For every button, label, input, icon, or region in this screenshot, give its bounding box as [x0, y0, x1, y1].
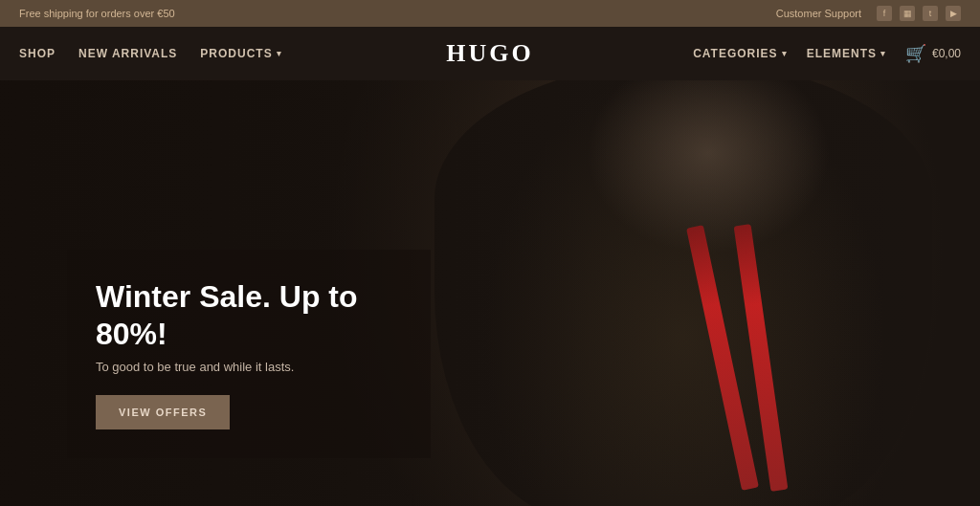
hero-section: Winter Sale. Up to 80%! To good to be tr… — [0, 80, 980, 506]
categories-dropdown-arrow: ▾ — [782, 49, 788, 58]
facebook-icon[interactable]: f — [877, 6, 892, 21]
nav-left-menu: SHOP NEW ARRIVALS PRODUCTS ▾ — [19, 47, 282, 60]
cart-icon: 🛒 — [905, 44, 926, 63]
brand-logo: HUGO — [446, 39, 533, 67]
cart-icon-wrapper: 🛒 — [905, 43, 926, 64]
hero-title: Winter Sale. Up to 80%! — [96, 278, 397, 352]
hero-subtitle: To good to be true and while it lasts. — [96, 360, 397, 374]
view-offers-button[interactable]: VIEW OFFERS — [96, 395, 230, 429]
cart-price: €0,00 — [932, 47, 961, 60]
nav-elements[interactable]: ELEMENTS ▾ — [807, 47, 886, 60]
customer-support-label[interactable]: Customer Support — [776, 8, 861, 19]
announcement-bar: Free shipping for orders over €50 Custom… — [0, 0, 980, 27]
youtube-icon[interactable]: ▶ — [946, 6, 961, 21]
nav-categories[interactable]: CATEGORIES ▾ — [693, 47, 787, 60]
nav-right-menu: CATEGORIES ▾ ELEMENTS ▾ 🛒 €0,00 — [693, 43, 961, 64]
hero-content-box: Winter Sale. Up to 80%! To good to be tr… — [67, 250, 431, 458]
nav-products[interactable]: PRODUCTS ▾ — [200, 47, 281, 60]
elements-dropdown-arrow: ▾ — [880, 49, 886, 58]
nav-new-arrivals[interactable]: NEW ARRIVALS — [78, 47, 177, 60]
social-links-area: Customer Support f ▦ t ▶ — [776, 6, 961, 21]
products-dropdown-arrow: ▾ — [277, 49, 282, 58]
cart-button[interactable]: 🛒 €0,00 — [905, 43, 961, 64]
brand-logo-area[interactable]: HUGO — [446, 39, 533, 68]
main-navbar: SHOP NEW ARRIVALS PRODUCTS ▾ HUGO CATEGO… — [0, 27, 980, 80]
instagram-icon[interactable]: ▦ — [900, 6, 915, 21]
nav-shop[interactable]: SHOP — [19, 47, 56, 60]
shipping-text: Free shipping for orders over €50 — [19, 8, 175, 19]
twitter-icon[interactable]: t — [923, 6, 938, 21]
